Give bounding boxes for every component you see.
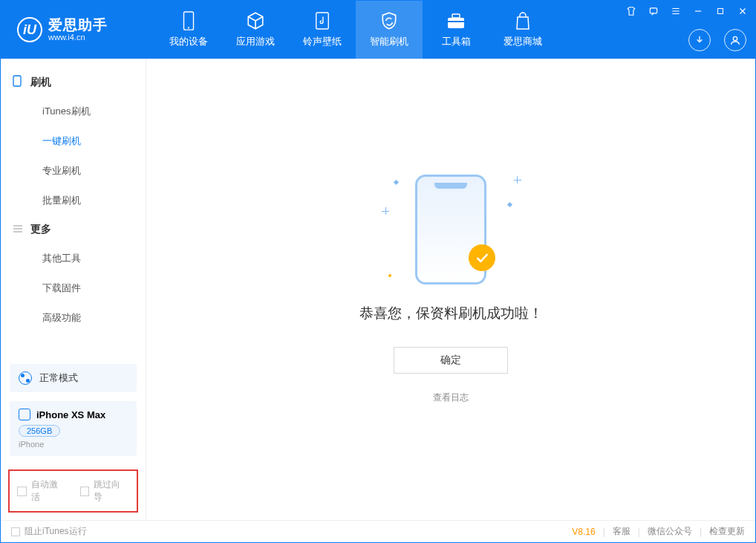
main-content: 恭喜您，保资料刷机成功啦！ 确定 查看日志 [146, 59, 755, 520]
checkbox-icon [11, 527, 20, 536]
brand-site: www.i4.cn [48, 33, 108, 42]
sidebar-item-advanced[interactable]: 高级功能 [1, 303, 146, 333]
nav-label: 爱思商城 [504, 35, 542, 48]
link-wechat[interactable]: 微信公众号 [648, 525, 692, 538]
nav-label: 应用游戏 [236, 35, 275, 48]
tshirt-icon[interactable] [623, 4, 639, 19]
checkbox-label: 自动激活 [31, 478, 67, 504]
sparkle-icon [382, 211, 389, 212]
logo: iU 爱思助手 www.i4.cn [7, 17, 155, 42]
nav-store[interactable]: 爱思商城 [489, 1, 556, 59]
svg-point-4 [188, 27, 189, 28]
checkbox-skip-wizard[interactable]: 跳过向导 [80, 478, 130, 504]
sidebar: 刷机 iTunes刷机 一键刷机 专业刷机 批量刷机 更多 其他工具 下载固件 … [1, 59, 146, 520]
svg-rect-9 [13, 76, 21, 86]
svg-rect-8 [448, 21, 464, 22]
sidebar-item-download-firmware[interactable]: 下载固件 [1, 273, 146, 303]
maximize-button[interactable] [712, 4, 729, 19]
logo-icon: iU [17, 17, 42, 42]
bottom-options-highlight: 自动激活 跳过向导 [8, 469, 138, 513]
status-bar: 阻止iTunes运行 V8.16 | 客服 | 微信公众号 | 检查更新 [1, 520, 755, 542]
bag-icon [513, 11, 532, 30]
nav-my-device[interactable]: 我的设备 [155, 1, 222, 59]
nav-label: 智能刷机 [370, 35, 408, 48]
sidebar-item-pro-flash[interactable]: 专业刷机 [1, 156, 146, 186]
device-type: iPhone [19, 440, 128, 449]
ok-button[interactable]: 确定 [394, 347, 508, 374]
cube-icon [246, 11, 265, 30]
svg-rect-6 [448, 18, 464, 28]
version-label: V8.16 [572, 527, 595, 537]
minimize-button[interactable] [690, 4, 706, 19]
sidebar-item-itunes-flash[interactable]: iTunes刷机 [1, 97, 146, 126]
sidebar-item-oneclick-flash[interactable]: 一键刷机 [1, 126, 146, 156]
nav-label: 铃声壁纸 [303, 35, 342, 48]
phone-small-icon [13, 75, 23, 89]
window-controls-row2 [688, 29, 746, 51]
nav-apps[interactable]: 应用游戏 [222, 1, 289, 59]
mode-icon [19, 371, 32, 385]
device-box[interactable]: iPhone XS Max 256GB iPhone [10, 401, 137, 456]
sparkle-icon [514, 180, 521, 181]
brand-name: 爱思助手 [48, 18, 108, 33]
sparkle-icon [507, 202, 512, 207]
svg-rect-1 [718, 9, 723, 14]
top-nav: 我的设备 应用游戏 铃声壁纸 智能刷机 工具箱 爱思商城 [155, 1, 556, 59]
menu-icon[interactable] [668, 4, 684, 19]
check-badge-icon [469, 244, 495, 271]
close-button[interactable] [734, 4, 751, 19]
link-check-update[interactable]: 检查更新 [709, 525, 745, 538]
app-body: 刷机 iTunes刷机 一键刷机 专业刷机 批量刷机 更多 其他工具 下载固件 … [1, 59, 755, 520]
sparkle-icon [394, 180, 399, 185]
link-customer-service[interactable]: 客服 [613, 525, 630, 538]
mode-label: 正常模式 [39, 371, 78, 385]
user-icon[interactable] [724, 29, 746, 51]
success-message: 恭喜您，保资料刷机成功啦！ [359, 304, 543, 323]
nav-label: 工具箱 [442, 35, 471, 48]
device-icon [19, 409, 30, 420]
checkbox-icon [17, 487, 27, 496]
sparkle-icon [388, 274, 391, 277]
sidebar-group-flash: 刷机 [1, 68, 146, 97]
checkbox-label: 跳过向导 [94, 478, 129, 504]
device-name: iPhone XS Max [36, 409, 105, 420]
app-window: iU 爱思助手 www.i4.cn 我的设备 应用游戏 铃声壁纸 智能刷机 [0, 0, 756, 543]
phone-icon [179, 11, 198, 30]
checkbox-icon [80, 487, 90, 496]
nav-toolbox[interactable]: 工具箱 [423, 1, 489, 59]
window-controls-row1 [623, 4, 751, 19]
nav-label: 我的设备 [169, 35, 208, 48]
svg-rect-0 [650, 8, 656, 13]
sidebar-group-more: 更多 [1, 215, 146, 244]
shield-refresh-icon [379, 11, 399, 30]
feedback-icon[interactable] [645, 4, 662, 19]
sidebar-item-other-tools[interactable]: 其他工具 [1, 244, 146, 273]
list-icon [13, 224, 23, 235]
music-file-icon [313, 11, 332, 30]
toolbox-icon [446, 11, 466, 30]
sidebar-item-batch-flash[interactable]: 批量刷机 [1, 186, 146, 215]
nav-flash[interactable]: 智能刷机 [356, 1, 423, 59]
group-title: 更多 [30, 223, 51, 236]
checkbox-block-itunes[interactable]: 阻止iTunes运行 [11, 525, 87, 538]
svg-point-2 [733, 36, 737, 40]
group-title: 刷机 [30, 76, 51, 89]
device-mode-box[interactable]: 正常模式 [10, 364, 137, 392]
svg-rect-7 [452, 14, 460, 18]
view-log-link[interactable]: 查看日志 [433, 391, 469, 404]
device-capacity: 256GB [19, 425, 60, 437]
nav-ringtones[interactable]: 铃声壁纸 [289, 1, 356, 59]
svg-rect-5 [316, 13, 329, 29]
checkbox-label: 阻止iTunes运行 [25, 525, 87, 538]
checkbox-auto-activate[interactable]: 自动激活 [17, 478, 67, 504]
download-icon[interactable] [688, 29, 711, 51]
success-illustration [415, 175, 486, 284]
